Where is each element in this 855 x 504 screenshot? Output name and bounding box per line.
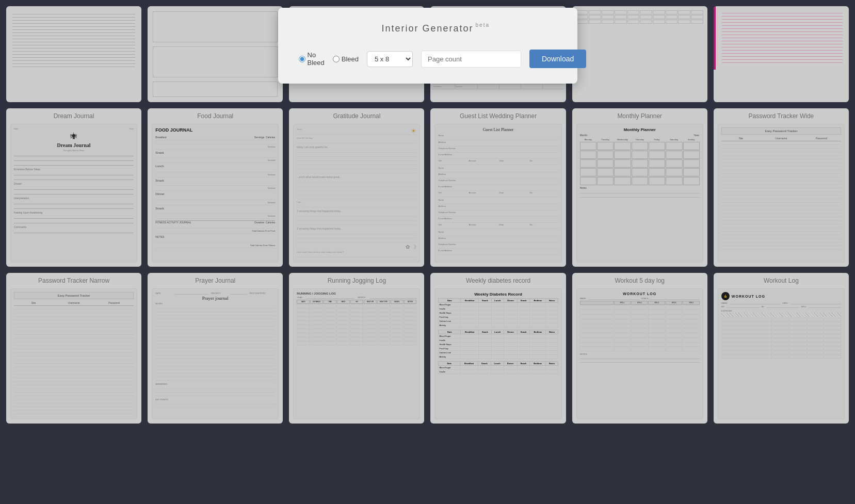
svg-text:💪: 💪 (724, 295, 728, 298)
password-wide-title: Password Tracker Wide (714, 108, 849, 122)
no-bleed-label: No Bleed (308, 51, 325, 67)
bleed-label: Bleed (342, 55, 359, 63)
card-prayer-journal[interactable]: Prayer Journal DATEPRIORITYPETITION/TOPI… (148, 273, 283, 424)
card-running-log[interactable]: Running Jogging Log RUNNING / JOGGING LO… (289, 273, 424, 424)
prayer-journal-preview: DATEPRIORITYPETITION/TOPIC Prayer journa… (152, 288, 279, 419)
beta-label: beta (476, 22, 490, 28)
prayer-journal-title: Prayer Journal (148, 273, 283, 286)
bleed-radio[interactable] (333, 56, 340, 62)
diabetes-preview: Weekly Diabetes Record Date Breakfast Sn… (434, 288, 561, 419)
password-narrow-title: Password Tracker Narrow (6, 273, 141, 286)
running-log-title: Running Jogging Log (289, 273, 424, 286)
card-workout-log[interactable]: Workout Log 💪 WORKOUT LOG NAME: DATE: WT… (714, 273, 849, 424)
card-guest-list[interactable]: Guest List Wedding Planner Guest List Pl… (430, 108, 566, 267)
card-lined-paper[interactable] (6, 6, 141, 102)
monthly-planner-title: Monthly Planner (572, 108, 707, 122)
bleed-radio-group: No Bleed Bleed (299, 51, 359, 67)
monthly-planner-preview: Monthly Planner Month:Year: Monday Tuesd… (576, 124, 703, 263)
gratitude-journal-title: Gratitude Journal (289, 108, 424, 122)
modal-title-text: Interior Generator (381, 23, 473, 34)
card-graph[interactable] (572, 6, 707, 102)
bleed-option[interactable]: Bleed (333, 55, 359, 63)
card-diabetes[interactable]: Weekly diabetes record Weekly Diabetes R… (430, 273, 566, 424)
workout5-preview: WORKOUT LOG NAME: GOALS: STS 1 STS 2 STS… (576, 288, 703, 419)
card-password-narrow[interactable]: Password Tracker Narrow Easy Password Tr… (6, 273, 141, 424)
modal-title: Interior Generatorbeta (299, 23, 557, 34)
interior-generator-modal: Interior Generatorbeta No Bleed Bleed 5 … (278, 8, 577, 84)
dream-journal-title: Dream Journal (6, 108, 141, 122)
food-journal-title: Food Journal (148, 108, 283, 122)
password-wide-preview: Easy Password Tracker Site Username Pass… (718, 124, 845, 263)
page-count-input[interactable] (421, 51, 521, 68)
diabetes-title: Weekly diabetes record (430, 273, 566, 286)
modal-controls: No Bleed Bleed 5 x 8 6 x 9 7 x 10 8.5 x … (299, 50, 557, 68)
card-pink-lines[interactable] (714, 6, 849, 102)
card-password-wide[interactable]: Password Tracker Wide Easy Password Trac… (714, 108, 849, 267)
card-workout5[interactable]: Workout 5 day log WORKOUT LOG NAME: GOAL… (572, 273, 707, 424)
size-select[interactable]: 5 x 8 6 x 9 7 x 10 8.5 x 11 (367, 51, 413, 67)
gratitude-journal-preview: Topic: Gem Of The Day ☀ today I am truly… (293, 124, 420, 263)
card-blank[interactable] (148, 6, 283, 102)
workout5-title: Workout 5 day log (572, 273, 707, 286)
card-dream-journal[interactable]: Dream Journal DateTime 🕷 Dream Journal T… (6, 108, 141, 267)
running-log-preview: RUNNING / JOGGING LOG YEAR MONTH DATE DI… (293, 288, 420, 419)
card-monthly-planner[interactable]: Monthly Planner Monthly Planner Month:Ye… (572, 108, 707, 267)
no-bleed-radio[interactable] (299, 56, 305, 62)
dream-journal-preview: DateTime 🕷 Dream Journal Thoughts Before… (10, 124, 137, 263)
workout-logo-icon: 💪 (721, 292, 730, 300)
password-narrow-preview: Easy Password Tracker Site Username Pass… (10, 288, 137, 419)
download-button[interactable]: Download (529, 50, 586, 68)
guest-list-title: Guest List Wedding Planner (430, 108, 566, 122)
guest-list-preview: Guest List Planner Name Address Telephon… (434, 124, 561, 263)
card-gratitude-journal[interactable]: Gratitude Journal Topic: Gem Of The Day … (289, 108, 424, 267)
food-journal-preview: FOOD JOURNAL BreakfastServings Calories … (152, 124, 279, 263)
card-food-journal[interactable]: Food Journal FOOD JOURNAL BreakfastServi… (148, 108, 283, 267)
workout-log-preview: 💪 WORKOUT LOG NAME: DATE: WT: BF: BF%: E… (718, 288, 845, 419)
workout-log-title: Workout Log (714, 273, 849, 286)
no-bleed-option[interactable]: No Bleed (299, 51, 325, 67)
